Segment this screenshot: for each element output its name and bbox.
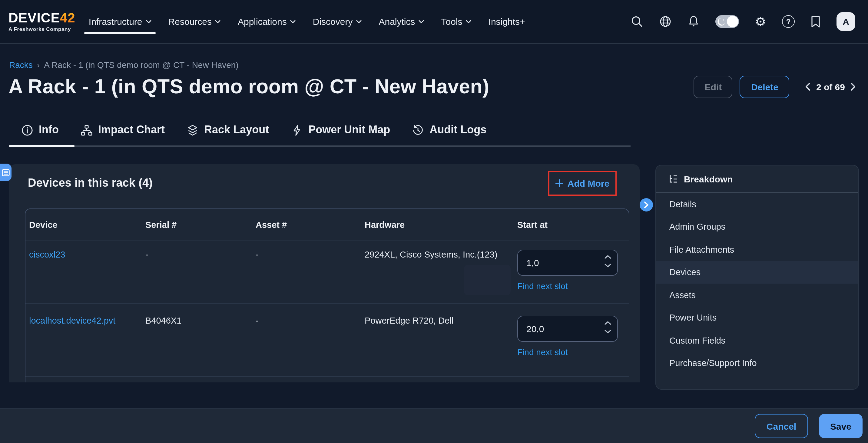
dark-mode-toggle[interactable] <box>715 15 739 28</box>
breadcrumb-current: A Rack - 1 (in QTS demo room @ CT - New … <box>44 60 239 70</box>
col-serial: Serial # <box>145 220 256 230</box>
device-link[interactable]: localhost.device42.pvt <box>29 316 145 376</box>
settings-gear-icon[interactable] <box>755 15 766 28</box>
tab-underline-track <box>9 145 630 147</box>
power-bolt-icon <box>291 124 303 136</box>
bookmark-icon[interactable] <box>810 16 821 28</box>
chevron-down-icon <box>466 20 471 23</box>
breakdown-item-assets[interactable]: Assets <box>656 284 858 306</box>
breakdown-item-file-attachments[interactable]: File Attachments <box>656 238 858 261</box>
asset-cell: - <box>256 250 365 303</box>
devices-table-header: Device Serial # Asset # Hardware Start a… <box>26 209 629 241</box>
start-at-cell: 20,0 Find next slot <box>517 316 629 376</box>
breakdown-item-admin-groups[interactable]: Admin Groups <box>656 215 858 238</box>
spinner-buttons <box>604 255 611 267</box>
devices-table: Device Serial # Asset # Hardware Start a… <box>25 208 629 382</box>
devices-panel: Devices in this rack (4) Add More Device… <box>9 164 640 382</box>
breadcrumb: Racks › A Rack - 1 (in QTS demo room @ C… <box>9 60 239 70</box>
rack-layout-icon <box>187 124 199 136</box>
side-drawer-handle[interactable] <box>0 164 11 181</box>
breakdown-item-details[interactable]: Details <box>656 193 858 215</box>
chevron-down-icon <box>356 20 362 23</box>
brand-tagline: A Freshworks Company <box>8 27 75 32</box>
detail-tabs: Info Impact Chart Rack Layout Power Unit… <box>21 124 486 136</box>
breadcrumb-racks-link[interactable]: Racks <box>9 60 33 70</box>
tab-rack-layout[interactable]: Rack Layout <box>187 124 269 136</box>
col-hardware: Hardware <box>365 220 517 230</box>
brand-name: DEVICE <box>8 10 60 25</box>
main-nav: Infrastructure Resources Applications Di… <box>89 0 525 43</box>
tab-impact-chart[interactable]: Impact Chart <box>81 124 165 136</box>
user-avatar[interactable]: A <box>837 12 855 31</box>
brand-logo[interactable]: DEVICE42 A Freshworks Company <box>8 11 75 32</box>
nav-item-analytics[interactable]: Analytics <box>379 0 424 43</box>
table-row: ciscoxl23 - - 2924XL, Cisco Systems, Inc… <box>26 241 629 304</box>
devices-panel-header: Devices in this rack (4) Add More <box>9 164 640 208</box>
col-start-at: Start at <box>517 220 629 230</box>
nav-item-discovery[interactable]: Discovery <box>313 0 362 43</box>
notifications-bell-icon[interactable] <box>687 15 700 28</box>
nav-item-resources[interactable]: Resources <box>168 0 221 43</box>
nav-item-insights[interactable]: Insights+ <box>489 0 525 43</box>
tab-power-unit-map[interactable]: Power Unit Map <box>291 124 390 136</box>
chevron-down-icon <box>215 20 221 23</box>
pager-text: 2 of 69 <box>816 82 845 92</box>
col-device: Device <box>29 220 145 230</box>
chevron-down-icon <box>290 20 296 23</box>
info-icon <box>21 124 33 136</box>
plus-icon <box>555 179 563 187</box>
breakdown-item-purchase-support[interactable]: Purchase/Support Info <box>656 352 858 375</box>
spinner-buttons <box>604 321 611 333</box>
devices-panel-title: Devices in this rack (4) <box>28 176 153 190</box>
page-actions: Edit Delete 2 of 69 <box>694 76 856 98</box>
nav-item-tools[interactable]: Tools <box>441 0 471 43</box>
search-icon[interactable] <box>630 15 643 28</box>
edit-button[interactable]: Edit <box>694 76 733 98</box>
globe-icon[interactable] <box>659 15 672 28</box>
table-row: localhost.device42.pvt B4046X1 - PowerEd… <box>26 304 629 377</box>
breakdown-title: Breakdown <box>684 174 733 184</box>
nav-item-applications[interactable]: Applications <box>238 0 296 43</box>
pager-prev-icon[interactable] <box>805 82 811 91</box>
start-at-value: 1,0 <box>526 258 539 268</box>
col-asset: Asset # <box>256 220 365 230</box>
start-at-input[interactable]: 1,0 <box>517 250 618 276</box>
spinner-up-icon[interactable] <box>604 321 611 325</box>
delete-button[interactable]: Delete <box>740 76 789 98</box>
brand-accent: 42 <box>60 10 75 25</box>
pager-next-icon[interactable] <box>850 82 856 91</box>
spinner-down-icon[interactable] <box>604 330 611 333</box>
help-icon[interactable] <box>782 15 795 28</box>
add-more-button[interactable]: Add More <box>548 171 617 196</box>
action-footer: Cancel Save <box>0 409 868 443</box>
breakdown-item-power-units[interactable]: Power Units <box>656 306 858 329</box>
avatar-initial: A <box>842 17 849 27</box>
device-link[interactable]: ciscoxl23 <box>29 250 145 303</box>
hardware-cell: 2924XL, Cisco Systems, Inc.(123) <box>365 250 517 303</box>
serial-cell: - <box>145 250 256 303</box>
start-at-value: 20,0 <box>526 324 544 334</box>
navbar-actions: A <box>630 12 855 31</box>
chevron-down-icon <box>419 20 424 23</box>
expand-sidebar-button[interactable] <box>640 198 653 211</box>
add-more-label: Add More <box>567 178 609 188</box>
chevron-down-icon <box>146 20 151 23</box>
breakdown-item-custom-fields[interactable]: Custom Fields <box>656 329 858 352</box>
breakdown-item-devices[interactable]: Devices <box>656 261 858 284</box>
breadcrumb-separator: › <box>37 60 40 70</box>
cancel-button[interactable]: Cancel <box>755 414 808 438</box>
impact-chart-icon <box>81 124 93 136</box>
tab-info[interactable]: Info <box>21 124 59 136</box>
find-next-slot-link[interactable]: Find next slot <box>517 281 568 291</box>
spinner-down-icon[interactable] <box>604 264 611 267</box>
list-icon <box>2 169 10 176</box>
spinner-up-icon[interactable] <box>604 255 611 259</box>
start-at-input[interactable]: 20,0 <box>517 316 618 342</box>
top-navbar: DEVICE42 A Freshworks Company Infrastruc… <box>0 0 868 43</box>
moon-icon <box>717 17 726 26</box>
hardware-cell: PowerEdge R720, Dell <box>365 316 517 376</box>
save-button[interactable]: Save <box>819 414 863 438</box>
nav-item-infrastructure[interactable]: Infrastructure <box>89 0 151 43</box>
find-next-slot-link[interactable]: Find next slot <box>517 347 568 357</box>
tab-audit-logs[interactable]: Audit Logs <box>412 124 486 136</box>
